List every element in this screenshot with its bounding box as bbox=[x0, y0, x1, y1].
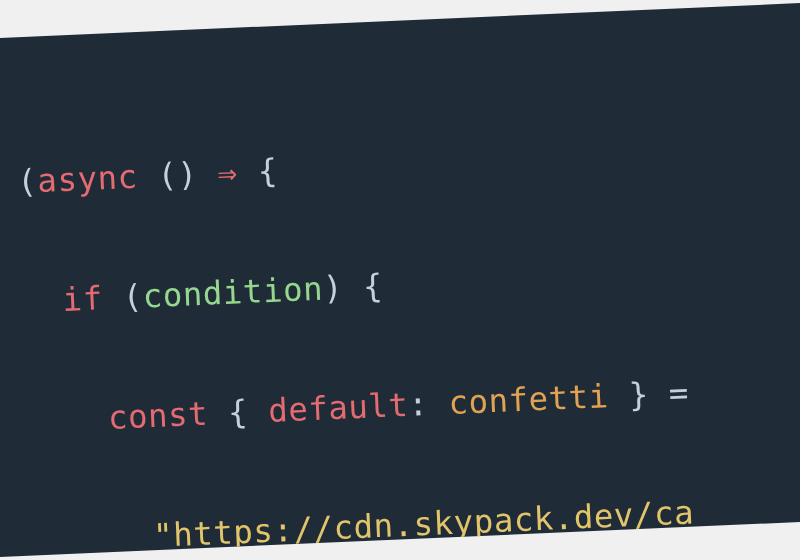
paren-open: ( bbox=[16, 161, 38, 200]
keyword-async: async bbox=[37, 157, 139, 199]
arrow-icon: ⇒ bbox=[217, 153, 239, 192]
indent bbox=[22, 280, 64, 320]
keyword-const: const bbox=[107, 394, 209, 436]
brace-close-equals: } = bbox=[608, 373, 690, 414]
code-snippet: (async () ⇒ { if (condition) { const { d… bbox=[0, 2, 800, 558]
identifier-confetti: confetti bbox=[448, 376, 610, 421]
arrow-params: () bbox=[137, 153, 219, 194]
identifier-default: default bbox=[267, 385, 409, 429]
string-url: "https://cdn.skypack.dev/ca bbox=[152, 493, 694, 554]
code-line-4: "https://cdn.skypack.dev/ca bbox=[32, 475, 800, 557]
brace-open: { bbox=[237, 151, 279, 191]
paren-close-brace: ) { bbox=[322, 266, 384, 306]
brace-open: { bbox=[207, 391, 269, 431]
code-line-1: (async () ⇒ { bbox=[16, 116, 800, 211]
indent bbox=[32, 516, 154, 558]
code-line-3: const { default: confetti } = bbox=[26, 356, 800, 451]
identifier-condition: condition bbox=[142, 269, 324, 315]
keyword-if: if bbox=[62, 278, 104, 318]
code-line-2: if (condition) { bbox=[21, 236, 800, 331]
indent bbox=[27, 398, 109, 439]
colon: : bbox=[407, 383, 449, 423]
paren-open: ( bbox=[102, 277, 144, 317]
